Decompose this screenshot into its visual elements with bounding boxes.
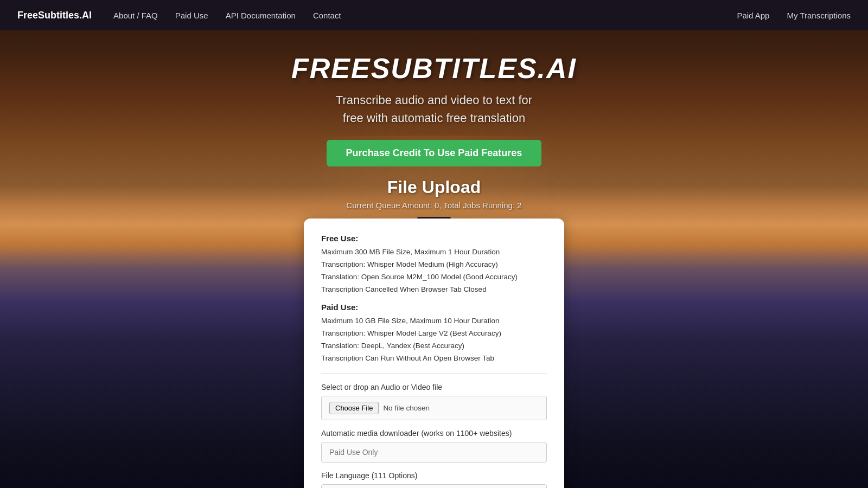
free-use-item-2: Translation: Open Source M2M_100 Model (… (321, 271, 547, 284)
upload-card: Free Use: Maximum 300 MB File Size, Maxi… (304, 219, 564, 488)
language-select-wrapper: Auto-Detect English Spanish French Germa… (321, 484, 547, 489)
hero-section: FREESUBTITLES.AI Transcribe audio and vi… (0, 30, 868, 166)
paid-use-item-2: Translation: DeepL, Yandex (Best Accurac… (321, 340, 547, 352)
free-use-item-0: Maximum 300 MB File Size, Maximum 1 Hour… (321, 246, 547, 259)
paid-use-link[interactable]: Paid Use (175, 11, 208, 20)
paid-app-link[interactable]: Paid App (737, 11, 769, 20)
hero-subtitle-line2: free with automatic free translation (343, 111, 525, 125)
paid-use-item-1: Transcription: Whisper Model Large V2 (B… (321, 328, 547, 340)
nav-links-right: Paid App My Transcriptions (737, 11, 851, 20)
hero-subtitle: Transcribe audio and video to text for f… (0, 91, 868, 127)
free-use-title: Free Use: (321, 234, 547, 243)
contact-link[interactable]: Contact (313, 11, 341, 20)
navbar: FreeSubtitles.AI About / FAQ Paid Use AP… (0, 0, 868, 30)
language-select[interactable]: Auto-Detect English Spanish French Germa… (321, 484, 547, 489)
language-label: File Language (111 Options) (321, 471, 547, 480)
url-downloader-input[interactable] (321, 442, 547, 463)
queue-info: Current Queue Amount: 0, Total Jobs Runn… (0, 201, 868, 210)
no-file-text: No file chosen (383, 404, 430, 412)
hero-subtitle-line1: Transcribe audio and video to text for (336, 93, 532, 107)
nav-links-left: About / FAQ Paid Use API Documentation C… (113, 11, 737, 20)
card-divider (321, 374, 547, 374)
hero-title: FREESUBTITLES.AI (0, 52, 868, 85)
free-use-features: Maximum 300 MB File Size, Maximum 1 Hour… (321, 246, 547, 296)
url-downloader-label: Automatic media downloader (works on 110… (321, 429, 547, 438)
free-use-item-1: Transcription: Whisper Model Medium (Hig… (321, 259, 547, 271)
upload-section-heading: File Upload Current Queue Amount: 0, Tot… (0, 177, 868, 210)
api-docs-link[interactable]: API Documentation (226, 11, 296, 20)
brand-link[interactable]: FreeSubtitles.AI (17, 10, 92, 21)
file-input-wrapper: Choose File No file chosen (321, 396, 547, 420)
upload-title: File Upload (0, 177, 868, 197)
paid-use-item-3: Transcription Can Run Without An Open Br… (321, 352, 547, 365)
paid-use-item-0: Maximum 10 GB File Size, Maximum 10 Hour… (321, 315, 547, 328)
about-faq-link[interactable]: About / FAQ (113, 11, 158, 20)
file-upload-label: Select or drop an Audio or Video file (321, 383, 547, 391)
my-transcriptions-link[interactable]: My Transcriptions (787, 11, 851, 20)
paid-use-features: Maximum 10 GB File Size, Maximum 10 Hour… (321, 315, 547, 365)
free-use-item-3: Transcription Cancelled When Browser Tab… (321, 284, 547, 296)
paid-use-title: Paid Use: (321, 303, 547, 312)
purchase-credit-button[interactable]: Purchase Credit To Use Paid Features (327, 140, 542, 166)
choose-file-button[interactable]: Choose File (329, 402, 379, 414)
